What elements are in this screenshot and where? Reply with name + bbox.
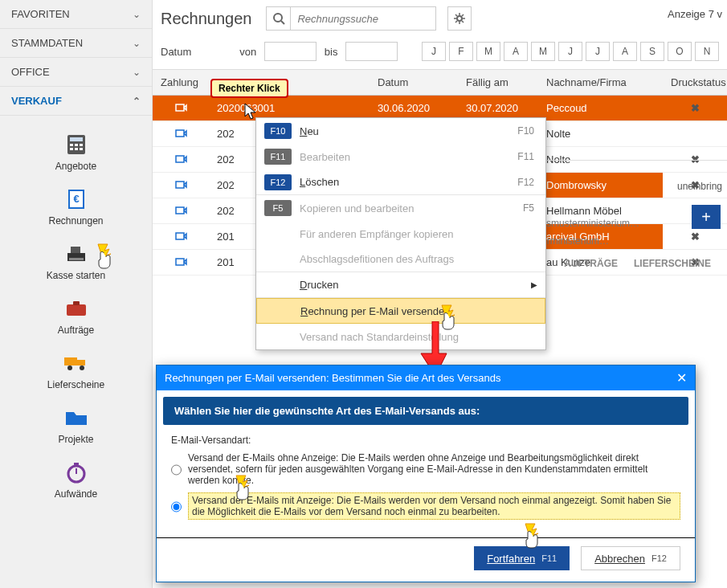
tile-kasse[interactable]: Kasse starten xyxy=(0,233,152,288)
tile-label: Rechnungen xyxy=(48,215,103,227)
nav-label: OFFICE xyxy=(11,66,50,78)
tile-aufwaende[interactable]: Aufwände xyxy=(0,451,152,506)
svg-rect-4 xyxy=(80,144,83,146)
svg-rect-13 xyxy=(67,304,86,316)
ctx-item: F11BearbeitenF11 xyxy=(256,144,545,169)
date-to-input[interactable] xyxy=(345,42,398,61)
nav-favoriten[interactable]: FAVORITEN ⌄ xyxy=(0,0,152,29)
abbrechen-button[interactable]: Abbrechen F12 xyxy=(581,546,680,570)
gear-icon xyxy=(453,12,466,25)
ctx-label: Drucken xyxy=(300,279,523,291)
chevron-up-icon: ⌃ xyxy=(133,96,141,107)
radio-mit-anzeige[interactable] xyxy=(171,494,182,520)
tile-label: Aufträge xyxy=(58,325,94,336)
th-datum[interactable]: Datum xyxy=(370,70,458,95)
ctx-item[interactable]: Drucken▶ xyxy=(256,272,545,298)
add-button[interactable]: + xyxy=(692,205,721,229)
tile-lieferscheine[interactable]: Lieferscheine xyxy=(0,342,152,397)
tile-label: Lieferscheine xyxy=(47,379,104,390)
nav-stammdaten[interactable]: STAMMDATEN ⌄ xyxy=(0,29,152,58)
settings-button[interactable] xyxy=(447,6,472,31)
svg-line-24 xyxy=(281,21,284,24)
ctx-item[interactable]: Rechnung per E-Mail versenden xyxy=(256,298,545,324)
option-label: Versand der E-Mails ohne Anzeige: Die E-… xyxy=(188,452,680,486)
ctx-item: Abschlagsdefitionen des Auftrags xyxy=(256,247,545,272)
ctx-item[interactable]: F10NeuF10 xyxy=(256,118,545,144)
month-btn[interactable]: M xyxy=(476,42,500,61)
date-from-input[interactable] xyxy=(264,42,317,61)
month-btn[interactable]: J xyxy=(558,42,582,61)
month-btn[interactable]: A xyxy=(613,42,637,61)
nav-office[interactable]: OFFICE ⌄ xyxy=(0,58,152,87)
month-btn[interactable]: O xyxy=(668,42,692,61)
dialog-title-text: Rechnungen per E-Mail versenden: Bestimm… xyxy=(165,372,500,384)
option-label: Versand der E-Mails mit Anzeige: Die E-M… xyxy=(188,492,680,520)
tab-auftraege[interactable]: AUFTRÄGE xyxy=(564,258,618,269)
month-btn[interactable]: M xyxy=(531,42,555,61)
cursor-arrow-icon xyxy=(244,103,259,120)
ctx-label: Löschen xyxy=(300,176,509,188)
svg-rect-7 xyxy=(80,148,83,150)
filter-datum-label: Datum xyxy=(161,46,191,58)
context-menu: F10NeuF10F11BearbeitenF11F12LöschenF12F5… xyxy=(255,117,546,350)
pointer-hand-icon xyxy=(439,304,466,334)
ctx-label: Bearbeiten xyxy=(300,151,509,163)
pointer-hand-icon xyxy=(522,522,549,553)
key-badge: F11 xyxy=(264,149,292,165)
search-box xyxy=(266,6,436,31)
search-input[interactable] xyxy=(291,7,435,30)
tile-rechnungen[interactable]: € Rechnungen xyxy=(0,178,152,233)
pointer-hand-icon xyxy=(95,243,122,273)
search-icon[interactable] xyxy=(267,7,291,30)
chevron-down-icon: ⌄ xyxy=(133,9,141,20)
ctx-item: Für anderen Empfänger kopieren xyxy=(256,221,545,247)
payment-status-icon xyxy=(153,251,209,275)
th-zahlung[interactable]: Zahlung xyxy=(153,70,209,95)
month-btn[interactable]: A xyxy=(504,42,528,61)
month-btn[interactable]: N xyxy=(695,42,719,61)
key-badge: F10 xyxy=(264,123,292,139)
filter-bis-label: bis xyxy=(325,46,338,58)
tab-lieferscheine[interactable]: LIEFERSCHEINE xyxy=(634,258,711,269)
filter-von-label: von xyxy=(239,46,256,58)
chevron-down-icon: ⌄ xyxy=(133,38,141,49)
svg-rect-1 xyxy=(70,137,83,141)
tile-auftraege[interactable]: Aufträge xyxy=(0,288,152,342)
folder-icon xyxy=(60,405,92,431)
section-label: E-Mail-Versandart: xyxy=(171,435,680,446)
month-btn[interactable]: J xyxy=(586,42,610,61)
month-btn[interactable]: S xyxy=(640,42,664,61)
stopwatch-icon xyxy=(60,459,92,485)
dialog-titlebar: Rechnungen per E-Mail versenden: Bestimm… xyxy=(157,365,695,390)
submenu-arrow-icon: ▶ xyxy=(531,280,537,289)
tile-label: Angebote xyxy=(55,161,96,172)
month-buttons: J F M A M J J A S O N xyxy=(422,42,719,61)
nav-label: VERKAUF xyxy=(11,95,62,107)
dialog-buttons: Fortfahren F11 Abbrechen F12 xyxy=(157,537,695,582)
ctx-shortcut: F10 xyxy=(517,125,534,137)
th-nachname[interactable]: Nachname/Firma xyxy=(538,70,663,95)
radio-ohne-anzeige[interactable] xyxy=(171,454,182,486)
ctx-label: Versand nach Standardeinstellung xyxy=(300,331,537,343)
page-title: Rechnungen xyxy=(161,10,251,28)
titlebar: Rechnungen xyxy=(153,0,727,37)
ctx-item[interactable]: F12LöschenF12 xyxy=(256,169,545,195)
ctx-label: Für anderen Empfänger kopieren xyxy=(300,228,537,240)
cell-name: Peccoud xyxy=(538,96,663,120)
month-btn[interactable]: F xyxy=(449,42,473,61)
th-druckstatus[interactable]: Druckstatus xyxy=(663,70,727,95)
svg-rect-3 xyxy=(75,144,78,146)
uneinbring-label: uneinbring xyxy=(677,181,722,192)
svg-point-23 xyxy=(274,14,282,22)
month-btn[interactable]: J xyxy=(422,42,446,61)
nav-verkauf[interactable]: VERKAUF ⌃ xyxy=(0,87,152,116)
truck-icon xyxy=(60,350,92,376)
th-faellig[interactable]: Fällig am xyxy=(458,70,538,95)
tile-angebote[interactable]: Angebote xyxy=(0,124,152,178)
svg-text:€: € xyxy=(73,193,79,205)
tooltip-rechter-klick: Rechter Klick xyxy=(210,79,288,98)
close-icon[interactable]: ✕ xyxy=(676,370,687,386)
svg-rect-16 xyxy=(77,360,85,365)
payment-status-icon xyxy=(153,225,209,249)
tile-projekte[interactable]: Projekte xyxy=(0,397,152,451)
